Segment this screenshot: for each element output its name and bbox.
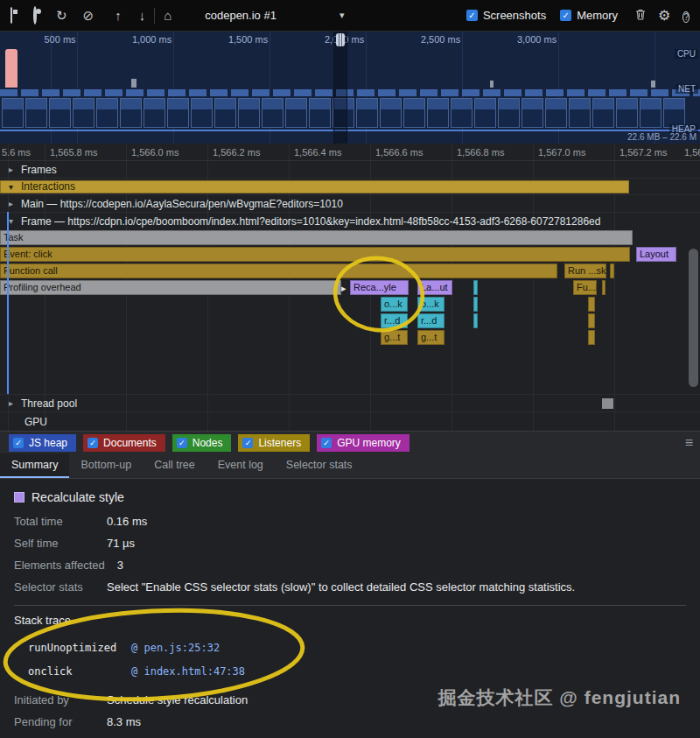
track-thread-pool[interactable]: ▸ Thread pool [0, 394, 700, 411]
summary-row-value: 8.3 ms [107, 711, 141, 733]
screenshot-thumbnail[interactable] [403, 98, 425, 128]
screenshot-thumbnail[interactable] [474, 98, 496, 128]
home-icon[interactable]: ⌂ [164, 9, 172, 22]
thread-pool-task-chip[interactable] [602, 398, 613, 409]
load-profile-icon[interactable]: ↑ [115, 9, 122, 22]
screenshot-thumbnail[interactable] [616, 98, 638, 128]
screenshot-thumbnail[interactable] [592, 98, 614, 128]
screenshot-thumbnail[interactable] [262, 98, 284, 128]
screenshot-thumbnail[interactable] [73, 98, 94, 128]
flame-sliver[interactable] [473, 297, 478, 312]
flame-bar[interactable]: Task [0, 230, 633, 245]
menu-icon[interactable]: ≡ [685, 435, 693, 451]
screenshot-thumbnail[interactable] [144, 98, 165, 128]
save-profile-icon[interactable]: ↓ [139, 9, 146, 22]
screenshot-thumbnail[interactable] [238, 98, 260, 128]
flame-bar[interactable]: Fu...l [573, 280, 597, 295]
scrollbar[interactable] [689, 247, 698, 389]
page-selector[interactable]: codepen.io #1 [205, 9, 276, 22]
flame-bar[interactable]: Run ...sks [564, 264, 606, 278]
scrollbar-thumb[interactable] [689, 249, 698, 387]
screenshot-thumbnail[interactable] [96, 98, 118, 128]
screenshot-thumbnail[interactable] [25, 98, 47, 128]
flame-bar[interactable]: Function call [0, 264, 557, 278]
flame-bar[interactable]: o...k [417, 297, 444, 312]
screenshot-thumbnail[interactable] [2, 98, 24, 128]
screenshot-thumbnail[interactable] [356, 98, 378, 128]
screenshot-thumbnail[interactable] [285, 98, 307, 128]
inspect-icon[interactable] [10, 9, 12, 22]
track-interactions[interactable]: ▾ Interactions [0, 178, 700, 194]
track-main[interactable]: ▸ Main — https://codepen.io/AaylaSecura/… [0, 194, 700, 212]
timeline-overview[interactable]: 500 ms1,000 ms1,500 ms2,000 ms2,500 ms3,… [0, 32, 700, 144]
chevron-down-icon[interactable]: ▾ [340, 11, 345, 20]
track-gpu-label: GPU [24, 416, 47, 428]
flame-bar[interactable]: La...ut [417, 280, 452, 295]
stack-frame-location-link[interactable]: @ pen.js:25:32 [131, 636, 220, 660]
tab-selector-stats[interactable]: Selector stats [275, 453, 364, 478]
flame-bar[interactable]: Profiling overhead [0, 280, 341, 295]
screenshot-thumbnail[interactable] [214, 98, 236, 128]
gear-icon[interactable]: ⚙ [658, 9, 670, 23]
screenshot-thumbnail[interactable] [663, 98, 685, 128]
cpu-activity-bump [651, 81, 655, 88]
flame-bar[interactable]: r...d [381, 313, 408, 328]
flame-bar[interactable]: o...k [381, 297, 408, 312]
screenshot-thumbnail[interactable] [380, 98, 402, 128]
flame-sliver[interactable] [588, 313, 595, 328]
tab-summary[interactable]: Summary [0, 453, 69, 478]
screenshot-thumbnail[interactable] [309, 98, 331, 128]
screenshots-checkbox[interactable]: ✓ Screenshots [466, 9, 546, 22]
selection-handle[interactable] [336, 33, 345, 46]
trash-icon[interactable] [635, 9, 646, 22]
screenshot-thumbnail[interactable] [569, 98, 591, 128]
track-gpu[interactable]: GPU [0, 411, 700, 431]
screenshot-thumbnail[interactable] [167, 98, 189, 128]
tab-bottom-up[interactable]: Bottom-up [69, 453, 143, 478]
screenshot-thumbnail[interactable] [451, 98, 472, 128]
track-frame[interactable]: ▾ Frame — https://cdpn.io/cpe/boomboom/i… [0, 212, 700, 229]
screenshot-thumbnail[interactable] [191, 98, 213, 128]
stack-trace-title: Stack trace [14, 614, 700, 628]
track-frames[interactable]: ▸ Frames [0, 161, 700, 178]
stack-frame-location-link[interactable]: @ index.html:47:38 [131, 660, 245, 684]
legend-item-nodes[interactable]: ✓Nodes [172, 434, 232, 452]
screenshot-thumbnail[interactable] [498, 98, 520, 128]
flame-sliver[interactable] [473, 313, 478, 328]
legend-item-documents[interactable]: ✓Documents [83, 434, 165, 452]
help-icon[interactable]: ? [682, 9, 690, 23]
flame-chart[interactable]: ▸ TaskEvent: clickLayoutFunction callRun… [0, 229, 700, 394]
memory-checkbox[interactable]: ✓ Memory [560, 9, 618, 22]
flame-bar[interactable]: r...d [417, 313, 444, 328]
screenshot-thumbnail[interactable] [49, 98, 71, 128]
flame-sliver[interactable] [588, 297, 595, 312]
flame-sliver[interactable] [610, 264, 614, 278]
screenshot-thumbnail[interactable] [640, 98, 662, 128]
screenshot-thumbnail[interactable] [545, 98, 567, 128]
tab-event-log[interactable]: Event log [206, 453, 275, 478]
record-icon[interactable] [33, 9, 37, 22]
legend-item-listeners[interactable]: ✓Listeners [238, 434, 310, 452]
timeline-tracks: 5.6 ms1,565.8 ms1,566.0 ms1,566.2 ms1,56… [0, 144, 700, 431]
legend-item-label: GPU memory [337, 437, 401, 449]
legend-item-gpu-memory[interactable]: ✓GPU memory [317, 434, 410, 452]
screenshot-thumbnail[interactable] [427, 98, 449, 128]
summary-row-label: Total time [14, 510, 94, 532]
flame-bar[interactable]: g...t [381, 330, 408, 345]
reload-record-icon[interactable]: ↻ [56, 9, 67, 22]
flame-sliver[interactable] [602, 280, 606, 295]
flame-bar[interactable]: Layout [636, 247, 676, 262]
flame-sliver[interactable] [588, 330, 595, 345]
flame-sliver[interactable] [473, 280, 478, 295]
tab-call-tree[interactable]: Call tree [143, 453, 206, 478]
screenshot-thumbnail[interactable] [120, 98, 142, 128]
screenshot-thumbnail[interactable] [522, 98, 543, 128]
clear-icon[interactable]: ⊘ [83, 9, 94, 22]
flame-bar[interactable]: Event: click [0, 247, 630, 262]
ruler-tick-label: 1,566.2 ms [213, 147, 260, 158]
flame-bar[interactable]: Reca...yle [350, 280, 409, 295]
legend-item-js-heap[interactable]: ✓JS heap [9, 434, 76, 452]
selection-window[interactable] [333, 32, 347, 144]
flame-bar[interactable]: g...t [417, 330, 444, 345]
interactions-bar[interactable] [0, 180, 629, 193]
